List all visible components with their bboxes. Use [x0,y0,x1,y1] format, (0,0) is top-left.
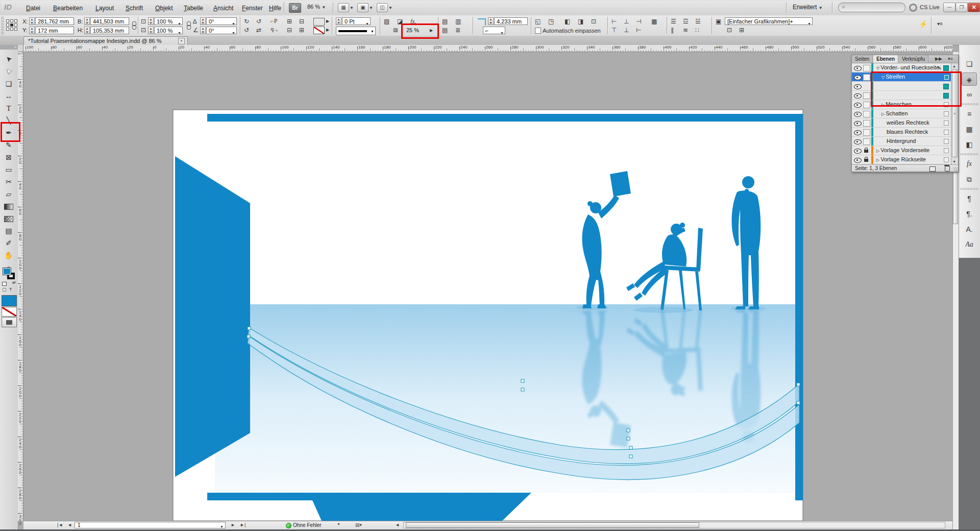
quick-apply-icon[interactable]: ⊞ [739,27,744,34]
rotation-spinner[interactable]: ▲▼ [200,17,206,25]
control-bar-grip[interactable] [1,17,4,34]
new-layer-button[interactable] [929,166,936,172]
height-spinner[interactable]: ▲▼ [84,27,90,34]
tab-ebenen[interactable]: Ebenen [873,55,898,63]
restore-button[interactable]: ❐ [955,3,968,12]
lock-toggle-box[interactable] [863,92,870,99]
lock-toggle-box[interactable] [863,74,870,81]
width-spinner[interactable]: ▲▼ [84,17,90,25]
preflight-status-label[interactable]: Ohne Fehler [293,522,322,528]
page-tool[interactable]: ❏ [1,78,17,90]
menu-schrift[interactable]: Schrift [124,4,145,13]
panel-overflow-icon[interactable]: ▶▶ [935,56,942,61]
y-field[interactable]: 172 mm [35,27,74,34]
stroke-panel-icon[interactable]: ≡ [962,107,977,120]
layer-row-hintergrund[interactable]: Hintergrund [852,137,951,146]
ruler-corner[interactable] [18,45,23,52]
rotate-180-button[interactable]: ↺ [244,27,249,34]
shear-field[interactable]: 0°▼ [206,27,237,34]
scroll-left-button[interactable]: ◄ [395,522,400,527]
select-container-button[interactable]: ⊞ [287,18,292,25]
scale-x-field[interactable]: 100 %▼ [154,17,183,25]
align-middle-button[interactable]: ⊥ [624,27,629,34]
selection-square-icon[interactable] [943,65,949,71]
distribute-left-button[interactable]: ∥ [671,27,674,34]
constrain-dimensions-icon[interactable] [131,21,136,30]
control-panel-menu-icon[interactable]: ▾≡ [937,20,943,28]
stroke-weight-field[interactable]: 0 Pt▼ [342,17,371,25]
twisty-icon[interactable]: ▽ [876,66,879,70]
swap-fill-stroke-icon[interactable]: ⇄ [12,280,16,285]
selection-square-icon[interactable] [944,111,949,116]
screen-mode-button[interactable]: ▣ [357,3,369,12]
clear-overrides-button[interactable]: ⊡ [727,27,732,34]
scroll-up-icon[interactable]: ▲ [952,64,956,68]
tab-verknuepfungen[interactable]: Verknüpfu [899,55,928,63]
minimize-button[interactable]: — [943,3,955,12]
lock-toggle-box[interactable] [863,111,870,117]
previous-page-button[interactable]: ◄ [67,522,72,527]
layers-panel-icon[interactable]: ◈ [962,73,977,86]
gradient-tool[interactable] [1,200,17,212]
effects-panel-icon[interactable]: fx [962,157,977,171]
rotate-ccw-button[interactable]: ↺ [256,18,261,25]
visibility-eye-icon[interactable] [854,103,862,108]
last-page-button[interactable]: ►| [240,522,246,527]
view-mode-button[interactable] [2,317,17,327]
formatting-container-button[interactable]: ▢ [2,286,7,293]
visibility-eye-icon[interactable] [854,139,862,144]
distribute-middle-button[interactable]: ≋ [683,27,688,34]
menu-bearbeiten[interactable]: Bearbeiten [51,4,85,13]
formatting-text-button[interactable]: T [9,286,12,293]
note-tool[interactable]: ▤ [1,225,17,237]
twisty-icon[interactable]: ▷ [881,112,885,116]
menu-tabelle[interactable]: Tabelle [182,4,205,13]
scale-y-field[interactable]: 100 %▼ [154,27,183,34]
free-transform-tool[interactable]: ▱ [1,188,17,200]
menu-datei[interactable]: Datei [24,4,42,13]
horizontal-ruler[interactable]: 1008060402002040608010012014016018020022… [23,45,952,52]
corner-radius-spinner[interactable]: ▲▼ [488,17,494,25]
menu-objekt[interactable]: Objekt [153,4,175,13]
pathfinder-panel-icon[interactable]: ⧉ [962,173,977,186]
fit-content-to-frame-button[interactable]: ◧ [565,18,570,25]
first-page-button[interactable]: |◄ [57,522,63,527]
selection-square-icon[interactable] [944,148,949,153]
rotate-cw-button[interactable]: ↻ [244,18,249,25]
layer-row-blaues-rechteck[interactable]: blaues Rechteck [852,128,951,137]
horizontal-scrollbar-thumb[interactable] [406,522,699,528]
selection-square-icon[interactable] [944,157,949,162]
layer-row-weißes-rechteck[interactable]: weißes Rechteck [852,118,951,128]
corner-radius-field[interactable]: 4,233 mm [494,17,528,25]
select-next-button[interactable]: ⊞ [299,27,304,34]
constrain-scale-icon[interactable] [186,21,191,30]
document-canvas[interactable] [23,52,952,521]
vertical-scrollbar-thumb[interactable] [953,172,958,224]
lock-toggle-box[interactable] [863,120,870,127]
center-content-button[interactable]: ⊡ [591,18,596,25]
align-top-button[interactable]: ⊤ [611,27,617,34]
view-options-button[interactable]: ▦ [338,3,349,12]
arrange-documents-button[interactable]: ◫ [377,3,388,12]
type-tool[interactable]: T [1,102,17,114]
corner-shape-dropdown[interactable]: ⌐▼ [483,27,505,34]
flip-horizontal-button[interactable]: ⌐P [271,17,277,25]
panel-menu-icon[interactable]: ▾≡ [948,56,953,61]
document-tab[interactable]: *Tutorial Praesentationsmappe Indesign.i… [23,36,188,45]
y-spinner[interactable]: ▲▼ [29,27,35,34]
selection-square-icon[interactable] [944,120,949,126]
fill-flyout-icon[interactable]: ▶ [326,19,329,23]
paragraph-panel-icon[interactable]: ¶ [962,192,977,205]
scroll-down-icon[interactable]: ▼ [952,160,956,163]
width-field[interactable]: 441,503 mm [90,17,129,25]
rectangle-tool[interactable]: ▭ [1,163,17,176]
character-styles-panel-icon[interactable]: A. [962,223,977,236]
scale-y-spinner[interactable]: ▲▼ [148,27,154,34]
swatches-panel-icon[interactable]: ▦ [962,123,977,136]
stroke-weight-spinner[interactable]: ▲▼ [336,17,341,25]
lock-icon[interactable] [864,150,868,153]
align-right-button[interactable]: ⊣ [636,18,641,25]
align-to-selection-button[interactable]: ▦ [651,18,657,25]
fill-frame-proportionally-button[interactable]: ◱ [535,18,541,25]
fill-color-swatch[interactable] [313,18,325,26]
